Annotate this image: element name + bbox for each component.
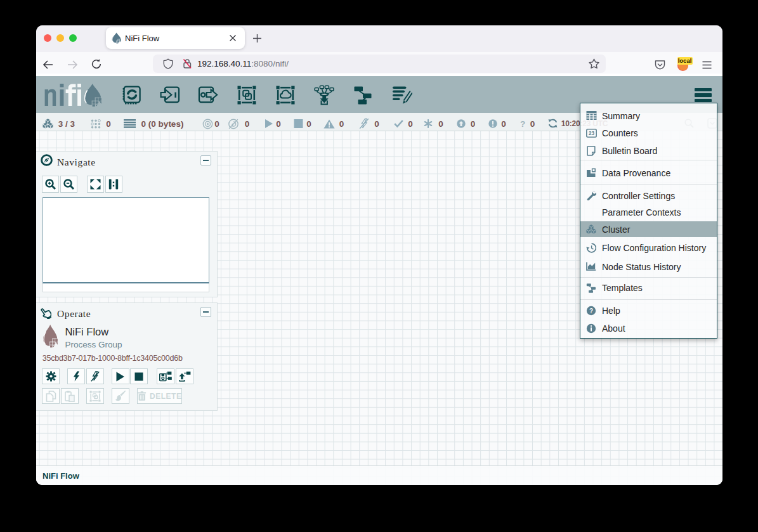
svg-text:23: 23 [589,131,595,136]
svg-text:?: ? [589,307,593,314]
